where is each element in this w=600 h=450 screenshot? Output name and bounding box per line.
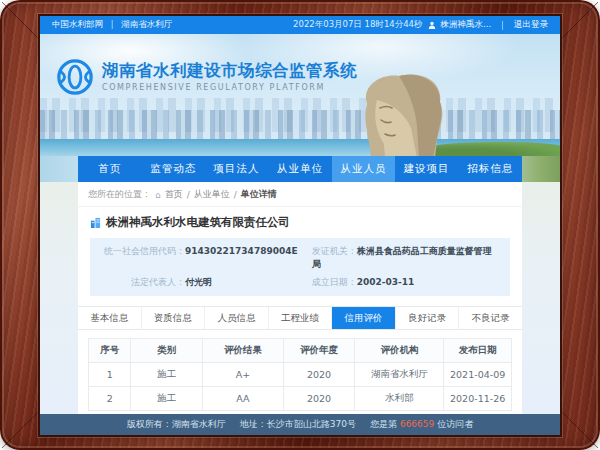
- datetime-text: 2022年03月07日 18时14分44秒: [293, 19, 422, 31]
- company-section: 株洲神禹水利水电建筑有限责任公司 统一社会信用代码：91430221734789…: [78, 207, 522, 296]
- breadcrumb-prefix: 您所在的位置：: [88, 188, 151, 201]
- topbar: 中国水利部网 | 湖南省水利厅 2022年03月07日 18时14分44秒 株洲…: [40, 16, 560, 34]
- col-header-year: 评价年度: [283, 339, 355, 363]
- field-legal-representative: 法定代表人：付光明: [104, 276, 312, 289]
- cell-year: 2020: [283, 363, 355, 387]
- site-title: 湖南省水利建设市场综合监管系统: [102, 62, 357, 81]
- browser-page: 中国水利部网 | 湖南省水利厅 2022年03月07日 18时14分44秒 株洲…: [40, 16, 560, 435]
- breadcrumb-home-link[interactable]: 首页: [165, 188, 183, 201]
- field-issuing-authority: 发证机关：株洲县食品药品工商质量监督管理局: [312, 245, 496, 271]
- nav-item-regulatory-news[interactable]: 监管动态: [141, 156, 204, 182]
- tab-qualification-info[interactable]: 资质信息: [142, 307, 206, 329]
- company-name: 株洲神禹水利水电建筑有限责任公司: [106, 215, 290, 230]
- detail-tabs: 基本信息 资质信息 人员信息 工程业绩 信用评价 良好记录 不良记录: [78, 306, 522, 330]
- city-skyline: [40, 110, 560, 140]
- site-subtitle: COMPREHENSIVE REGULATORY PLATFORM: [102, 83, 357, 92]
- cell-year: 2020: [283, 387, 355, 411]
- main-nav: 首页 监管动态 项目法人 从业单位 从业人员 建设项目 招标信息: [78, 156, 522, 182]
- current-user-link[interactable]: 株洲神禹水...: [441, 19, 492, 31]
- tab-credit-evaluation[interactable]: 信用评价: [332, 307, 396, 329]
- link-hunan-water-dept[interactable]: 湖南省水利厅: [121, 19, 172, 29]
- topbar-links: 中国水利部网 | 湖南省水利厅: [52, 19, 172, 31]
- tab-good-records[interactable]: 良好记录: [396, 307, 460, 329]
- field-establish-date: 成立日期：2002-03-11: [312, 276, 496, 289]
- cell-publish-date: 2021-04-09: [444, 363, 512, 387]
- cell-category: 施工: [131, 363, 203, 387]
- cell-agency: 湖南省水利厅: [355, 363, 444, 387]
- cell-result: AA: [203, 387, 283, 411]
- nav-item-practitioners[interactable]: 从业人员: [332, 156, 395, 182]
- nav-item-practicing-units[interactable]: 从业单位: [268, 156, 331, 182]
- breadcrumb-parent-link[interactable]: 从业单位: [194, 188, 230, 201]
- footer-copyright: 版权所有：湖南省水利厅: [127, 418, 226, 431]
- statue-image: [347, 70, 449, 156]
- site-logo[interactable]: 湖南省水利建设市场综合监管系统 COMPREHENSIVE REGULATORY…: [56, 58, 357, 96]
- company-title-row: 株洲神禹水利水电建筑有限责任公司: [90, 215, 510, 230]
- topbar-separator: |: [501, 20, 504, 30]
- content-card: 您所在的位置： ⌂ 首页 / 从业单位 / 单位详情 株洲神禹: [78, 182, 522, 414]
- breadcrumb-separator: /: [234, 190, 237, 200]
- company-info-box: 统一社会信用代码：91430221734789004E 发证机关：株洲县食品药品…: [90, 238, 510, 296]
- footer-address: 地址：长沙市韶山北路370号: [240, 418, 356, 431]
- site-banner: 湖南省水利建设市场综合监管系统 COMPREHENSIVE REGULATORY…: [40, 34, 560, 156]
- nav-item-project-legal-person[interactable]: 项目法人: [205, 156, 268, 182]
- page-footer: 版权所有：湖南省水利厅 地址：长沙市韶山北路370号 您是第666659位访问者: [40, 414, 560, 435]
- tab-engineering-performance[interactable]: 工程业绩: [269, 307, 333, 329]
- col-header-agency: 评价机构: [355, 339, 444, 363]
- nav-row: 首页 监管动态 项目法人 从业单位 从业人员 建设项目 招标信息: [40, 156, 560, 182]
- footer-visitor-counter: 您是第666659位访问者: [370, 418, 473, 431]
- col-header-category: 类别: [131, 339, 203, 363]
- table-row: 2 施工 AA 2020 水利部 2020-11-26: [89, 387, 512, 411]
- visitor-count: 666659: [400, 419, 434, 429]
- tab-personnel-info[interactable]: 人员信息: [205, 307, 269, 329]
- link-mwr-site[interactable]: 中国水利部网: [52, 19, 103, 29]
- breadcrumb-current: 单位详情: [241, 188, 277, 201]
- breadcrumb-separator: /: [187, 190, 190, 200]
- cell-publish-date: 2020-11-26: [444, 387, 512, 411]
- home-icon: ⌂: [155, 190, 161, 200]
- nav-item-construction-projects[interactable]: 建设项目: [395, 156, 458, 182]
- col-header-result: 评价结果: [203, 339, 283, 363]
- cell-no: 1: [89, 363, 131, 387]
- logo-icon: [56, 58, 94, 96]
- cell-no: 2: [89, 387, 131, 411]
- nav-item-bidding-info[interactable]: 招标信息: [459, 156, 522, 182]
- cell-category: 施工: [131, 387, 203, 411]
- page-background: 您所在的位置： ⌂ 首页 / 从业单位 / 单位详情 株洲神禹: [40, 182, 560, 414]
- logout-link[interactable]: 退出登录: [514, 19, 548, 31]
- table-row: 1 施工 A+ 2020 湖南省水利厅 2021-04-09: [89, 363, 512, 387]
- user-icon: [428, 21, 436, 29]
- topbar-separator: |: [111, 19, 114, 29]
- tab-bad-records[interactable]: 不良记录: [459, 307, 522, 329]
- credit-evaluation-table: 序号 类别 评价结果 评价年度 评价机构 发布日期 1 施工 A+ 2020 湖: [88, 338, 512, 411]
- table-header-row: 序号 类别 评价结果 评价年度 评价机构 发布日期: [89, 339, 512, 363]
- col-header-publish-date: 发布日期: [444, 339, 512, 363]
- nav-item-home[interactable]: 首页: [78, 156, 141, 182]
- cell-agency: 水利部: [355, 387, 444, 411]
- breadcrumb: 您所在的位置： ⌂ 首页 / 从业单位 / 单位详情: [78, 182, 522, 207]
- field-credit-code: 统一社会信用代码：91430221734789004E: [104, 245, 312, 271]
- cell-result: A+: [203, 363, 283, 387]
- building-icon: [90, 217, 101, 228]
- col-header-no: 序号: [89, 339, 131, 363]
- tab-basic-info[interactable]: 基本信息: [78, 307, 142, 329]
